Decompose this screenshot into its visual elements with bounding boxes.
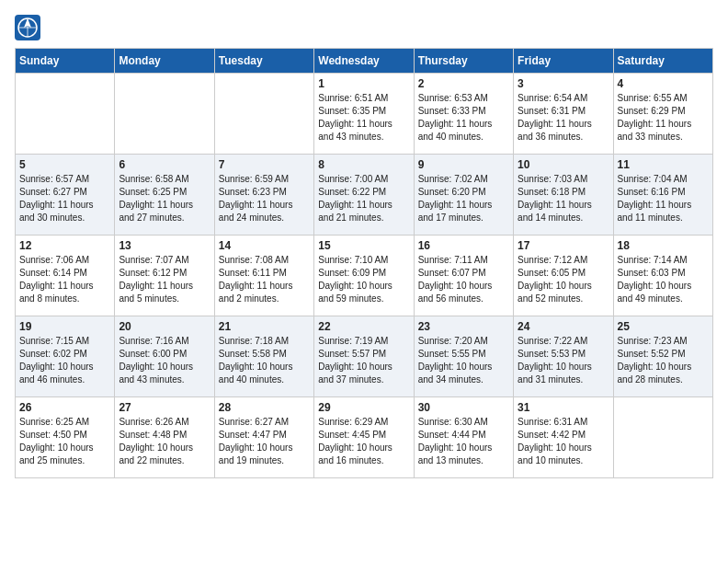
cell-info: Sunrise: 7:10 AM Sunset: 6:09 PM Dayligh… xyxy=(318,254,409,305)
day-number: 11 xyxy=(618,158,709,171)
day-number: 17 xyxy=(518,239,609,252)
calendar-cell: 8Sunrise: 7:00 AM Sunset: 6:22 PM Daylig… xyxy=(314,155,414,236)
calendar-cell: 7Sunrise: 6:59 AM Sunset: 6:23 PM Daylig… xyxy=(214,155,313,236)
calendar-cell: 23Sunrise: 7:20 AM Sunset: 5:55 PM Dayli… xyxy=(414,316,513,397)
cell-info: Sunrise: 7:04 AM Sunset: 6:16 PM Dayligh… xyxy=(618,173,709,224)
calendar-cell: 29Sunrise: 6:29 AM Sunset: 4:45 PM Dayli… xyxy=(314,397,414,478)
day-number: 23 xyxy=(418,320,509,333)
calendar-week-row: 26Sunrise: 6:25 AM Sunset: 4:50 PM Dayli… xyxy=(16,397,713,478)
day-number: 19 xyxy=(19,320,110,333)
calendar-cell: 17Sunrise: 7:12 AM Sunset: 6:05 PM Dayli… xyxy=(514,236,613,316)
calendar-week-row: 12Sunrise: 7:06 AM Sunset: 6:14 PM Dayli… xyxy=(16,236,713,316)
logo-icon xyxy=(15,15,40,40)
day-number: 5 xyxy=(19,158,110,171)
cell-info: Sunrise: 7:19 AM Sunset: 5:57 PM Dayligh… xyxy=(318,335,409,386)
cell-info: Sunrise: 6:30 AM Sunset: 4:44 PM Dayligh… xyxy=(418,416,509,467)
cell-info: Sunrise: 7:02 AM Sunset: 6:20 PM Dayligh… xyxy=(418,173,509,224)
cell-info: Sunrise: 6:57 AM Sunset: 6:27 PM Dayligh… xyxy=(19,173,110,224)
calendar-cell: 3Sunrise: 6:54 AM Sunset: 6:31 PM Daylig… xyxy=(514,74,613,155)
cell-info: Sunrise: 7:20 AM Sunset: 5:55 PM Dayligh… xyxy=(418,335,509,386)
calendar-cell: 22Sunrise: 7:19 AM Sunset: 5:57 PM Dayli… xyxy=(314,316,414,397)
day-of-week-header: Saturday xyxy=(613,49,712,74)
calendar-cell: 15Sunrise: 7:10 AM Sunset: 6:09 PM Dayli… xyxy=(314,236,414,316)
day-number: 28 xyxy=(219,401,310,414)
day-number: 7 xyxy=(219,158,310,171)
calendar-cell: 18Sunrise: 7:14 AM Sunset: 6:03 PM Dayli… xyxy=(613,236,712,316)
cell-info: Sunrise: 6:51 AM Sunset: 6:35 PM Dayligh… xyxy=(318,92,409,144)
calendar-cell: 24Sunrise: 7:22 AM Sunset: 5:53 PM Dayli… xyxy=(514,316,613,397)
day-number: 29 xyxy=(318,401,409,414)
calendar-cell: 16Sunrise: 7:11 AM Sunset: 6:07 PM Dayli… xyxy=(414,236,513,316)
cell-info: Sunrise: 7:12 AM Sunset: 6:05 PM Dayligh… xyxy=(518,254,609,305)
calendar-cell: 28Sunrise: 6:27 AM Sunset: 4:47 PM Dayli… xyxy=(214,397,313,478)
day-number: 31 xyxy=(518,401,609,414)
cell-info: Sunrise: 6:54 AM Sunset: 6:31 PM Dayligh… xyxy=(518,92,609,144)
day-number: 6 xyxy=(119,158,210,171)
day-number: 26 xyxy=(19,401,110,414)
calendar-table: SundayMondayTuesdayWednesdayThursdayFrid… xyxy=(15,48,713,478)
day-of-week-header: Thursday xyxy=(414,49,513,74)
calendar-cell xyxy=(613,397,712,478)
calendar-cell xyxy=(115,74,214,155)
day-number: 12 xyxy=(19,239,110,252)
calendar-cell: 25Sunrise: 7:23 AM Sunset: 5:52 PM Dayli… xyxy=(613,316,712,397)
cell-info: Sunrise: 7:14 AM Sunset: 6:03 PM Dayligh… xyxy=(618,254,709,305)
cell-info: Sunrise: 7:18 AM Sunset: 5:58 PM Dayligh… xyxy=(219,335,310,386)
calendar-week-row: 19Sunrise: 7:15 AM Sunset: 6:02 PM Dayli… xyxy=(16,316,713,397)
cell-info: Sunrise: 7:00 AM Sunset: 6:22 PM Dayligh… xyxy=(318,173,409,224)
day-number: 8 xyxy=(318,158,409,171)
day-number: 25 xyxy=(618,320,709,333)
cell-info: Sunrise: 7:06 AM Sunset: 6:14 PM Dayligh… xyxy=(19,254,110,305)
cell-info: Sunrise: 6:25 AM Sunset: 4:50 PM Dayligh… xyxy=(19,416,110,467)
page-header xyxy=(15,15,713,40)
day-number: 9 xyxy=(418,158,509,171)
day-number: 1 xyxy=(318,77,409,90)
day-number: 21 xyxy=(219,320,310,333)
cell-info: Sunrise: 6:27 AM Sunset: 4:47 PM Dayligh… xyxy=(219,416,310,467)
calendar-cell: 14Sunrise: 7:08 AM Sunset: 6:11 PM Dayli… xyxy=(214,236,313,316)
day-number: 3 xyxy=(518,77,609,90)
logo xyxy=(15,15,42,40)
cell-info: Sunrise: 7:15 AM Sunset: 6:02 PM Dayligh… xyxy=(19,335,110,386)
calendar-cell: 11Sunrise: 7:04 AM Sunset: 6:16 PM Dayli… xyxy=(613,155,712,236)
day-number: 30 xyxy=(418,401,509,414)
cell-info: Sunrise: 6:59 AM Sunset: 6:23 PM Dayligh… xyxy=(219,173,310,224)
calendar-cell: 13Sunrise: 7:07 AM Sunset: 6:12 PM Dayli… xyxy=(115,236,214,316)
calendar-cell: 31Sunrise: 6:31 AM Sunset: 4:42 PM Dayli… xyxy=(514,397,613,478)
day-number: 13 xyxy=(119,239,210,252)
day-of-week-header: Wednesday xyxy=(314,49,414,74)
cell-info: Sunrise: 6:26 AM Sunset: 4:48 PM Dayligh… xyxy=(119,416,210,467)
cell-info: Sunrise: 6:58 AM Sunset: 6:25 PM Dayligh… xyxy=(119,173,210,224)
day-number: 15 xyxy=(318,239,409,252)
cell-info: Sunrise: 6:55 AM Sunset: 6:29 PM Dayligh… xyxy=(618,92,709,144)
calendar-cell: 20Sunrise: 7:16 AM Sunset: 6:00 PM Dayli… xyxy=(115,316,214,397)
calendar-cell: 27Sunrise: 6:26 AM Sunset: 4:48 PM Dayli… xyxy=(115,397,214,478)
calendar-cell: 26Sunrise: 6:25 AM Sunset: 4:50 PM Dayli… xyxy=(16,397,115,478)
calendar-cell: 6Sunrise: 6:58 AM Sunset: 6:25 PM Daylig… xyxy=(115,155,214,236)
day-number: 20 xyxy=(119,320,210,333)
day-number: 24 xyxy=(518,320,609,333)
calendar-cell: 19Sunrise: 7:15 AM Sunset: 6:02 PM Dayli… xyxy=(16,316,115,397)
cell-info: Sunrise: 7:03 AM Sunset: 6:18 PM Dayligh… xyxy=(518,173,609,224)
calendar-week-row: 5Sunrise: 6:57 AM Sunset: 6:27 PM Daylig… xyxy=(16,155,713,236)
cell-info: Sunrise: 7:11 AM Sunset: 6:07 PM Dayligh… xyxy=(418,254,509,305)
day-of-week-header: Friday xyxy=(514,49,613,74)
day-of-week-header: Sunday xyxy=(16,49,115,74)
calendar-cell: 30Sunrise: 6:30 AM Sunset: 4:44 PM Dayli… xyxy=(414,397,513,478)
day-number: 4 xyxy=(618,77,709,90)
calendar-cell: 21Sunrise: 7:18 AM Sunset: 5:58 PM Dayli… xyxy=(214,316,313,397)
calendar-cell: 1Sunrise: 6:51 AM Sunset: 6:35 PM Daylig… xyxy=(314,74,414,155)
cell-info: Sunrise: 7:07 AM Sunset: 6:12 PM Dayligh… xyxy=(119,254,210,305)
cell-info: Sunrise: 6:31 AM Sunset: 4:42 PM Dayligh… xyxy=(518,416,609,467)
calendar-cell: 10Sunrise: 7:03 AM Sunset: 6:18 PM Dayli… xyxy=(514,155,613,236)
day-number: 16 xyxy=(418,239,509,252)
cell-info: Sunrise: 6:29 AM Sunset: 4:45 PM Dayligh… xyxy=(318,416,409,467)
day-number: 22 xyxy=(318,320,409,333)
calendar-cell xyxy=(16,74,115,155)
calendar-cell: 2Sunrise: 6:53 AM Sunset: 6:33 PM Daylig… xyxy=(414,74,513,155)
day-number: 10 xyxy=(518,158,609,171)
day-number: 14 xyxy=(219,239,310,252)
cell-info: Sunrise: 7:22 AM Sunset: 5:53 PM Dayligh… xyxy=(518,335,609,386)
day-number: 27 xyxy=(119,401,210,414)
day-of-week-header: Tuesday xyxy=(214,49,313,74)
